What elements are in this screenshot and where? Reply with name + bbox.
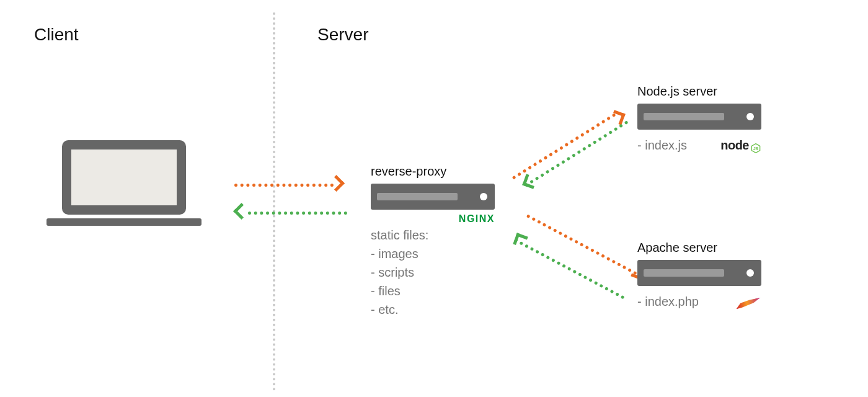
server-heading: Server <box>317 25 368 45</box>
apache-feather-icon <box>735 295 761 308</box>
static-files-item: - etc. <box>371 300 495 319</box>
zone-divider <box>273 12 275 391</box>
apache-file-label: - index.php <box>637 292 699 311</box>
apache-server-label: Apache server <box>637 241 761 255</box>
apache-server-group: Apache server - index.php <box>637 241 761 311</box>
node-server-group: Node.js server - index.js node JS <box>637 84 761 154</box>
client-laptop-icon <box>62 140 202 226</box>
static-files-title: static files: <box>371 226 495 244</box>
node-file-label: - index.js <box>637 136 687 154</box>
static-files-item: - files <box>371 282 495 300</box>
svg-text:JS: JS <box>753 146 759 151</box>
apache-server-icon <box>637 260 761 286</box>
node-server-icon <box>637 104 761 130</box>
node-server-label: Node.js server <box>637 84 761 99</box>
request-arrow-client-to-proxy <box>234 184 346 187</box>
nodejs-logo: node JS <box>720 137 761 153</box>
reverse-proxy-label: reverse-proxy <box>371 164 495 179</box>
static-files-item: - scripts <box>371 263 495 282</box>
diagram-stage: Client Server reverse-proxy NGINX static… <box>0 0 868 397</box>
nginx-logo: NGINX <box>459 213 495 224</box>
client-heading: Client <box>34 25 79 45</box>
reverse-proxy-server-icon <box>371 184 495 210</box>
response-arrow-proxy-to-client <box>234 212 346 215</box>
reverse-proxy-group: reverse-proxy NGINX static files: - imag… <box>371 164 495 319</box>
static-files-item: - images <box>371 244 495 263</box>
